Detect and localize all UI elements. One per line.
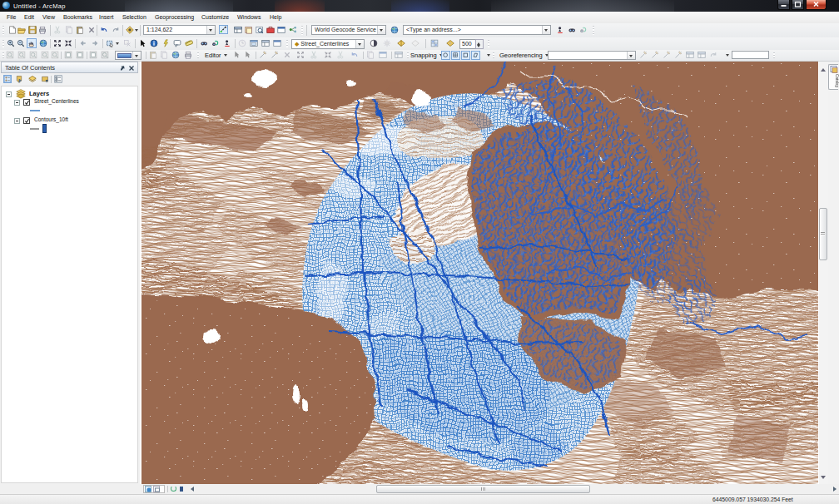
svg-text:Catalog: Catalog xyxy=(835,74,839,87)
